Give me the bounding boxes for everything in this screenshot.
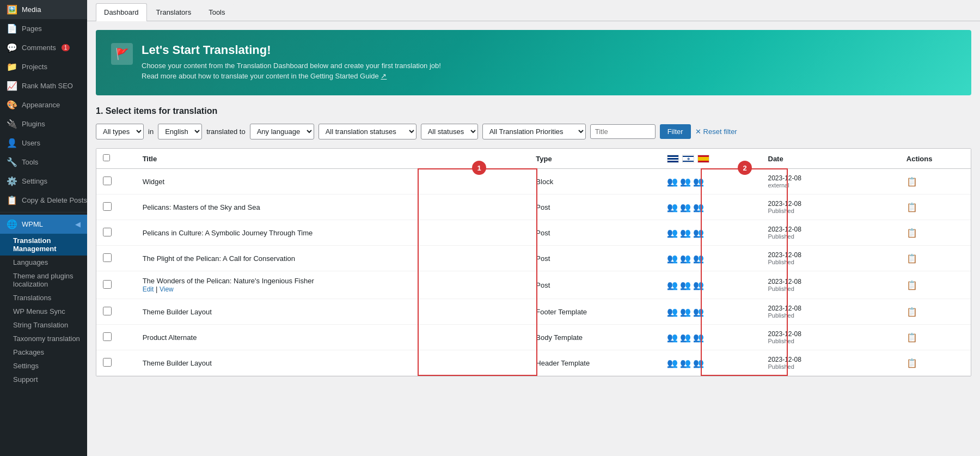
row-title: The Plight of the Pelican: A Call for Co… — [143, 254, 295, 263]
sidebar-sub-packages[interactable]: Packages — [0, 345, 87, 359]
row-checkbox-7[interactable] — [103, 358, 112, 367]
translate-icon-es[interactable]: 👥 — [693, 358, 704, 368]
view-link[interactable]: View — [160, 285, 174, 293]
filter-statuses-select[interactable]: All statuses — [421, 124, 478, 139]
sidebar-item-wpml[interactable]: 🌐 WPML ◀ — [0, 215, 87, 234]
translate-icon-es[interactable]: 👥 — [693, 202, 704, 212]
translate-icon-he[interactable]: 👥 — [680, 332, 691, 343]
row-action-icon[interactable]: 📋 — [906, 177, 917, 186]
flag-el-header — [667, 155, 679, 163]
translate-icon-es[interactable]: 👥 — [693, 307, 704, 317]
content-area: 🚩 Let's Start Translating! Choose your c… — [87, 21, 980, 456]
translate-icon-el[interactable]: 👥 — [667, 202, 678, 212]
row-date: 2023-12-08 — [768, 330, 893, 338]
sidebar-item-appearance[interactable]: 🎨 Appearance — [0, 95, 87, 114]
banner-text: Let's Start Translating! Choose your con… — [142, 43, 441, 82]
translate-icon-es[interactable]: 👥 — [693, 228, 704, 238]
row-action-icon[interactable]: 📋 — [906, 203, 917, 212]
translate-icon-he[interactable]: 👥 — [680, 228, 691, 238]
sidebar-label-rank-math: Rank Math SEO — [22, 82, 73, 90]
sidebar-item-users[interactable]: 👤 Users — [0, 133, 87, 153]
sidebar-item-pages[interactable]: 📄 Pages — [0, 19, 87, 38]
filter-button[interactable]: Filter — [660, 124, 691, 139]
row-action-icon[interactable]: 📋 — [906, 228, 917, 238]
translate-icon-es[interactable]: 👥 — [693, 177, 704, 187]
row-title: Pelicans: Masters of the Sky and Sea — [143, 203, 260, 211]
row-title-cell: Product Alternate — [136, 325, 530, 350]
filter-any-language-select[interactable]: Any language — [250, 124, 314, 139]
filter-bar: All types in English translated to Any l… — [96, 124, 971, 139]
sidebar-item-copy-delete[interactable]: 📋 Copy & Delete Posts — [0, 191, 87, 210]
sidebar-sub-settings-wpml[interactable]: Settings — [0, 359, 87, 373]
banner-title: Let's Start Translating! — [142, 43, 441, 57]
row-checkbox-5[interactable] — [103, 307, 112, 315]
translate-icon-el[interactable]: 👥 — [667, 358, 678, 368]
table-row: The Plight of the Pelican: A Call for Co… — [96, 246, 971, 271]
sidebar-item-comments[interactable]: 💬 Comments 1 — [0, 38, 87, 57]
translate-icon-he[interactable]: 👥 — [680, 253, 691, 264]
edit-link[interactable]: Edit — [143, 285, 154, 293]
filter-priorities-select[interactable]: All Translation Priorities — [482, 124, 586, 139]
filter-language-select[interactable]: English — [158, 124, 202, 139]
sidebar-item-plugins[interactable]: 🔌 Plugins — [0, 114, 87, 133]
tab-translators[interactable]: Translators — [148, 3, 200, 21]
translate-icon-el[interactable]: 👥 — [667, 253, 678, 264]
row-status: Published — [768, 233, 893, 240]
row-checkbox-2[interactable] — [103, 228, 112, 236]
translate-icon-el[interactable]: 👥 — [667, 332, 678, 343]
sidebar-item-media[interactable]: 🖼️ Media — [0, 0, 87, 19]
translate-icon-el[interactable]: 👥 — [667, 307, 678, 317]
translate-icon-he[interactable]: 👥 — [680, 202, 691, 212]
sidebar-sub-wp-menus-sync[interactable]: WP Menus Sync — [0, 305, 87, 318]
translate-icon-es[interactable]: 👥 — [693, 332, 704, 343]
sidebar-sub-support[interactable]: Support — [0, 373, 87, 386]
sidebar-sub-theme-plugins[interactable]: Theme and plugins localization — [0, 269, 87, 291]
banner-icon: 🚩 — [111, 43, 133, 65]
row-checkbox-4[interactable] — [103, 280, 112, 289]
row-action-icon[interactable]: 📋 — [906, 333, 917, 342]
tab-tools[interactable]: Tools — [200, 3, 233, 21]
reset-filter-button[interactable]: ✕ Reset filter — [695, 127, 737, 136]
row-action-icon[interactable]: 📋 — [906, 358, 917, 368]
translate-icon-el[interactable]: 👥 — [667, 280, 678, 290]
th-title: Title — [136, 149, 530, 169]
translate-icon-he[interactable]: 👥 — [680, 307, 691, 317]
row-checkbox-0[interactable] — [103, 177, 112, 185]
translate-icon-el[interactable]: 👥 — [667, 177, 678, 187]
translate-icon-es[interactable]: 👥 — [693, 253, 704, 264]
sidebar-sub-translation-management[interactable]: Translation Management — [0, 234, 87, 256]
translate-icon-he[interactable]: 👥 — [680, 358, 691, 368]
row-checkbox-6[interactable] — [103, 332, 112, 341]
translate-icon-he[interactable]: 👥 — [680, 280, 691, 290]
highlight-circle-1: 1 — [472, 161, 486, 175]
translate-icon-el[interactable]: 👥 — [667, 228, 678, 238]
row-action-icon[interactable]: 📋 — [906, 307, 917, 317]
banner-link[interactable]: ↗ — [381, 72, 387, 80]
sidebar-item-tools[interactable]: 🔧 Tools — [0, 153, 87, 172]
filter-title-input[interactable] — [590, 124, 656, 139]
row-title-cell: Widget — [136, 169, 530, 194]
sidebar-sub-string-translation[interactable]: String Translation — [0, 318, 87, 332]
filter-translation-statuses-select[interactable]: All translation statuses — [318, 124, 416, 139]
filter-types-select[interactable]: All types — [96, 124, 144, 139]
sidebar-item-rank-math-seo[interactable]: 📈 Rank Math SEO — [0, 76, 87, 95]
sidebar-item-settings[interactable]: ⚙️ Settings — [0, 172, 87, 191]
translate-icon-he[interactable]: 👥 — [680, 177, 691, 187]
select-all-checkbox[interactable] — [103, 154, 110, 161]
th-checkbox — [96, 149, 136, 169]
row-checkbox-1[interactable] — [103, 202, 112, 211]
row-checkbox-cell — [96, 350, 136, 376]
sidebar-sub-languages[interactable]: Languages — [0, 256, 87, 269]
row-checkbox-3[interactable] — [103, 253, 112, 262]
sidebar-sub-translations[interactable]: Translations — [0, 291, 87, 305]
sidebar-sub-taxonomy-translation[interactable]: Taxonomy translation — [0, 332, 87, 345]
sidebar-item-projects[interactable]: 📁 Projects — [0, 57, 87, 76]
table-row: Theme Builder Layout Header Template 👥 👥… — [96, 350, 971, 376]
translate-icon-es[interactable]: 👥 — [693, 280, 704, 290]
flag-he-header: ✡ — [682, 155, 694, 163]
row-type-cell: Post — [529, 271, 660, 299]
row-action-icon[interactable]: 📋 — [906, 254, 917, 263]
main-area: Dashboard Translators Tools 🚩 Let's Star… — [87, 0, 980, 456]
tab-dashboard[interactable]: Dashboard — [96, 3, 147, 21]
row-action-icon[interactable]: 📋 — [906, 281, 917, 290]
